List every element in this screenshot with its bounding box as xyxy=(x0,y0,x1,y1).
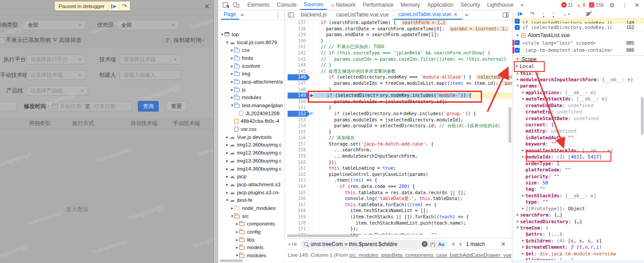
scope-variable-row[interactable]: ▶selectedDirectory: {…} xyxy=(513,218,644,225)
navigator-tab-page[interactable]: Page xyxy=(221,10,239,20)
scope-section-header[interactable]: ▼ Scope xyxy=(513,55,644,63)
settings-gear-icon[interactable]: ⚙ xyxy=(607,2,616,8)
tree-item[interactable]: ▸☁Vue.js devtools xyxy=(218,133,284,141)
breakpoint-row[interactable]: ✓if (selectedDirectory.nodeKey.incl…152 xyxy=(513,24,644,31)
scope-variable-row[interactable]: ▶manualTechStackIds: [__ob__: e] xyxy=(513,147,644,154)
scope-variable-row[interactable]: ▶this: s xyxy=(513,70,644,76)
tree-item[interactable]: ▾☁local.jd.com:8079 xyxy=(218,38,284,46)
line-number[interactable]: 151 xyxy=(288,104,310,111)
scope-variable-row[interactable]: ▶$children: (4) [s, s, s, s] xyxy=(513,238,644,244)
line-number[interactable]: 163 xyxy=(288,177,310,184)
tree-item[interactable]: ▸js xyxy=(218,86,284,94)
resume-script-button[interactable]: ▶ xyxy=(108,2,119,10)
expand-arrow-icon[interactable]: ▼ xyxy=(515,225,520,231)
line-number[interactable]: 164 xyxy=(288,184,310,190)
tree-item[interactable]: ▸jacp-attachment/a xyxy=(218,78,284,86)
priority-select[interactable]: 全部▼ xyxy=(117,20,179,30)
deactivate-breakpoints-button[interactable] xyxy=(585,11,593,17)
expand-arrow-icon[interactable]: ▼ xyxy=(515,83,520,89)
line-number[interactable]: 145 xyxy=(288,68,310,75)
line-number[interactable]: 149 xyxy=(288,92,310,99)
breakpoint-checkbox[interactable]: ✓ xyxy=(515,48,520,53)
tree-item[interactable]: ▸components xyxy=(218,220,284,228)
line-number[interactable]: 161 xyxy=(288,165,310,171)
line-number[interactable]: 147 xyxy=(288,80,310,87)
breakpoint-checkbox[interactable]: ✓ xyxy=(515,19,520,24)
step-over-button[interactable]: ↷ xyxy=(119,2,130,10)
step-out-button[interactable]: ↑ xyxy=(552,11,555,17)
editor-tab[interactable]: caseListTable.vue.vue xyxy=(331,10,394,20)
tab-network[interactable]: ⚠Network xyxy=(327,0,359,10)
scope-variable-row[interactable]: ▶[[Prototype]]: Object xyxy=(513,205,644,212)
scope-local-section[interactable]: ▼ Local xyxy=(513,63,644,70)
line-number[interactable]: 148 xyxy=(288,87,310,93)
scope-variable-row[interactable]: ▶searchForm: {…} xyxy=(513,212,644,218)
line-number[interactable]: 141 xyxy=(288,44,310,50)
tree-item[interactable]: ▸img xyxy=(218,70,284,78)
line-number[interactable]: 137 xyxy=(288,20,310,26)
expand-arrow-icon[interactable]: ▶ xyxy=(521,192,525,199)
devtools-menu-icon[interactable]: ⋮ xyxy=(620,2,629,8)
tree-item[interactable]: ▸☁img14.360buyimg.c xyxy=(218,165,284,173)
continue-to-here-icon[interactable] xyxy=(400,112,402,115)
tree-item[interactable]: ▸fonts xyxy=(218,54,284,62)
drawer-close-button[interactable]: ✕ xyxy=(204,2,210,11)
tree-item[interactable]: ▸☁jacp-plugins.s3.cn- xyxy=(218,188,284,196)
line-number[interactable]: 157 xyxy=(288,141,310,147)
line-number[interactable]: 146 xyxy=(288,74,310,80)
breakpoint-group-header[interactable]: ▼AtomTaskList.vue xyxy=(513,31,644,39)
line-number[interactable]: 168 xyxy=(288,208,310,214)
expand-arrow-icon[interactable]: ▶ xyxy=(521,238,525,244)
expand-arrow-icon[interactable]: ▶ xyxy=(515,212,520,218)
scope-variable-row[interactable]: ▶moduleIds: (2) [4611, 5417] xyxy=(513,154,644,160)
expand-arrow-icon[interactable]: ▶ xyxy=(521,89,525,96)
breakpoint-row[interactable]: ✓if (selectedDirectory.nodeKey.incl…149 xyxy=(513,18,644,24)
line-number[interactable]: 166 xyxy=(288,196,310,202)
navigator-more-tabs[interactable]: » xyxy=(239,12,246,18)
line-number[interactable]: 171 xyxy=(288,226,310,232)
expand-arrow-icon[interactable]: ▶ xyxy=(521,250,525,257)
close-tab-icon[interactable]: ✕ xyxy=(454,12,458,17)
expand-arrow-icon[interactable]: ▶ xyxy=(521,205,525,212)
line-number[interactable]: 165 xyxy=(288,190,310,196)
search-field[interactable]: onst treeCom = this.$parent.$childre ✕ (… xyxy=(301,240,448,249)
tree-item[interactable]: ▸☁img13.360buyimg.c xyxy=(218,157,284,165)
breakpoint-row[interactable]: ✓.jacp-tm-deeptest-atom-container{886 xyxy=(513,46,644,54)
sidebar-vscrollbar[interactable] xyxy=(641,97,644,135)
tree-item[interactable]: ▾☁jtest-fe xyxy=(218,196,284,204)
tab-performance[interactable]: Performance xyxy=(359,0,397,10)
editor-tab[interactable]: caseListTable.vue.vue✕ xyxy=(394,10,462,20)
step-button[interactable]: → xyxy=(562,11,570,17)
previous-match-button[interactable]: ∧ xyxy=(452,241,455,247)
line-number[interactable]: 154 xyxy=(288,123,310,129)
tree-item[interactable]: ▸libs xyxy=(218,236,284,244)
tree-item[interactable]: ▸config xyxy=(218,228,284,236)
toggle-debugger-sidebar-icon[interactable] xyxy=(503,13,508,17)
navigator-hscrollbar[interactable] xyxy=(220,259,243,262)
line-number[interactable]: 142 xyxy=(288,50,310,56)
line-number[interactable]: 150 xyxy=(288,99,310,105)
hide-added-checkbox[interactable] xyxy=(0,38,5,44)
clear-search-icon[interactable]: ✕ xyxy=(422,241,428,247)
scope-variable-row[interactable]: ▶autoTechStackIds: [__ob__: e] xyxy=(513,96,644,102)
exec-platform-select[interactable]: 请选择执行平台▼ xyxy=(26,54,86,64)
tab-console[interactable]: Console xyxy=(273,0,300,10)
expand-arrow-icon[interactable]: ▶ xyxy=(515,76,520,83)
devtools-close-button[interactable]: ✕ xyxy=(633,2,641,8)
source-map-link[interactable]: src_modules_jplanBeta_components_case_ba… xyxy=(349,252,512,258)
manual-tech-select[interactable]: 请选择技术端▼ xyxy=(26,70,86,80)
inspect-element-icon[interactable] xyxy=(223,2,228,8)
next-match-button[interactable]: ∨ xyxy=(459,241,462,247)
expand-arrow-icon[interactable]: ▶ xyxy=(515,218,520,225)
tree-item[interactable]: ▸models xyxy=(218,244,284,252)
more-tabs-button[interactable]: » xyxy=(517,0,527,10)
line-number[interactable]: 162 xyxy=(288,171,310,178)
editor-more-tabs[interactable]: » xyxy=(462,12,471,18)
line-number[interactable]: 169 xyxy=(288,214,310,220)
reset-button[interactable]: 重置 xyxy=(165,101,187,112)
continue-to-here-icon[interactable] xyxy=(376,93,379,97)
search-query[interactable]: onst treeCom = this.$parent.$childre xyxy=(311,241,419,247)
tab-application[interactable]: Application xyxy=(424,0,457,10)
expand-arrow-icon[interactable]: ▶ xyxy=(521,154,525,160)
tree-item[interactable]: ▸☁jacp xyxy=(218,172,284,180)
